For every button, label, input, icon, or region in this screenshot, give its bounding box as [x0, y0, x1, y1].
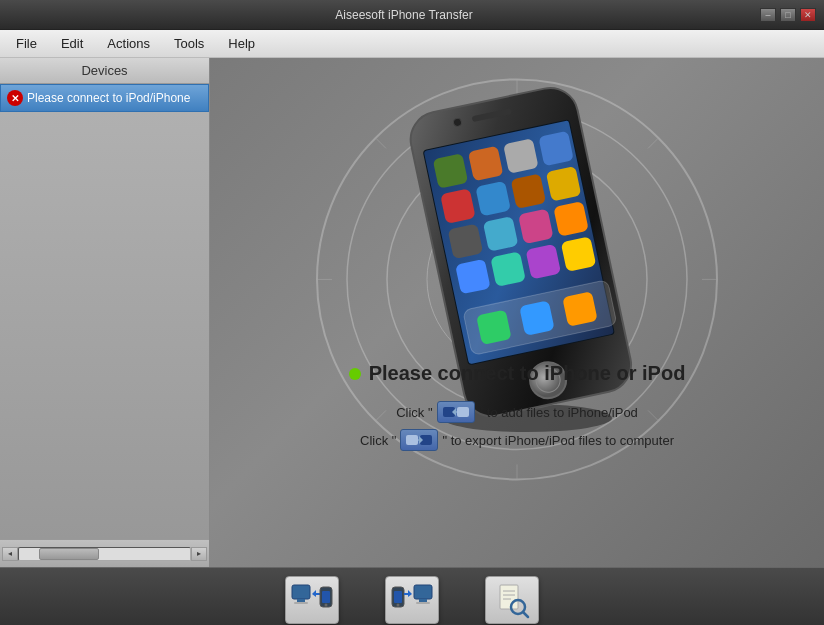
- svg-rect-42: [457, 407, 469, 417]
- minimize-button[interactable]: –: [760, 8, 776, 22]
- svg-rect-30: [490, 251, 526, 287]
- pc-to-iphone-icon: [285, 576, 339, 624]
- svg-rect-64: [416, 602, 430, 604]
- svg-rect-55: [322, 591, 330, 603]
- svg-rect-18: [468, 146, 504, 182]
- svg-line-70: [523, 612, 528, 617]
- search-icon: [485, 576, 539, 624]
- svg-point-56: [325, 603, 328, 606]
- svg-point-59: [397, 603, 400, 606]
- sidebar-device-item[interactable]: ✕ Please connect to iPod/iPhone: [0, 84, 209, 112]
- svg-rect-19: [503, 138, 539, 174]
- message-area: Please connect to iPhone or iPod Click "…: [210, 362, 824, 457]
- iphone-to-pc-icon: [385, 576, 439, 624]
- svg-rect-45: [406, 435, 418, 445]
- svg-rect-28: [553, 201, 589, 237]
- sidebar-device-label: Please connect to iPod/iPhone: [27, 91, 190, 105]
- svg-rect-17: [433, 153, 469, 189]
- scrollbar-thumb[interactable]: [39, 548, 99, 560]
- svg-rect-29: [455, 259, 491, 295]
- add-files-icon: [437, 401, 475, 423]
- svg-rect-35: [519, 300, 555, 336]
- window-title: Aiseesoft iPhone Transfer: [48, 8, 760, 22]
- svg-rect-31: [526, 244, 562, 280]
- bottom-toolbar: PC to iPhone iPhone to PC: [0, 567, 824, 625]
- instruction-add: Click " " to add files to iPhone/iPod: [210, 401, 824, 423]
- main-layout: Devices ✕ Please connect to iPod/iPhone …: [0, 58, 824, 567]
- export-files-icon: [400, 429, 438, 451]
- iphone-to-pc-button[interactable]: iPhone to PC: [372, 576, 452, 626]
- scroll-right-button[interactable]: ▸: [191, 547, 207, 561]
- svg-rect-51: [294, 602, 308, 604]
- menu-tools[interactable]: Tools: [162, 32, 216, 55]
- menu-help[interactable]: Help: [216, 32, 267, 55]
- menu-bar: File Edit Actions Tools Help: [0, 30, 824, 58]
- menu-file[interactable]: File: [4, 32, 49, 55]
- maximize-button[interactable]: □: [780, 8, 796, 22]
- error-icon: ✕: [7, 90, 23, 106]
- pc-to-iphone-button[interactable]: PC to iPhone: [272, 576, 352, 626]
- svg-rect-27: [518, 209, 554, 245]
- sidebar: Devices ✕ Please connect to iPod/iPhone …: [0, 58, 210, 567]
- svg-rect-25: [448, 224, 484, 260]
- svg-rect-49: [292, 585, 310, 599]
- svg-rect-62: [414, 585, 432, 599]
- title-bar: Aiseesoft iPhone Transfer – □ ✕: [0, 0, 824, 30]
- svg-rect-21: [440, 188, 476, 224]
- svg-line-8: [648, 138, 658, 148]
- svg-rect-58: [394, 591, 402, 603]
- svg-rect-63: [419, 599, 427, 602]
- svg-rect-22: [475, 181, 511, 217]
- svg-rect-36: [562, 291, 598, 327]
- scroll-left-button[interactable]: ◂: [2, 547, 18, 561]
- status-dot-green: [349, 368, 361, 380]
- menu-actions[interactable]: Actions: [95, 32, 162, 55]
- search-button[interactable]: Search: [472, 576, 552, 626]
- svg-rect-32: [561, 236, 597, 272]
- svg-rect-50: [297, 599, 305, 602]
- svg-rect-34: [476, 310, 512, 346]
- svg-line-10: [376, 138, 386, 148]
- connect-heading: Please connect to iPhone or iPod: [210, 362, 824, 385]
- sidebar-header: Devices: [0, 58, 209, 84]
- scrollbar-track[interactable]: [18, 547, 191, 561]
- svg-rect-23: [511, 173, 547, 209]
- window-controls: – □ ✕: [760, 8, 816, 22]
- svg-rect-24: [546, 166, 582, 202]
- menu-edit[interactable]: Edit: [49, 32, 95, 55]
- sidebar-scrollbar: ◂ ▸: [0, 539, 209, 567]
- svg-rect-65: [500, 585, 518, 609]
- svg-rect-20: [538, 131, 574, 167]
- content-area: MENU: [210, 58, 824, 567]
- close-button[interactable]: ✕: [800, 8, 816, 22]
- svg-rect-26: [483, 216, 519, 252]
- instruction-export: Click " " to export iPhone/iPod files to…: [210, 429, 824, 451]
